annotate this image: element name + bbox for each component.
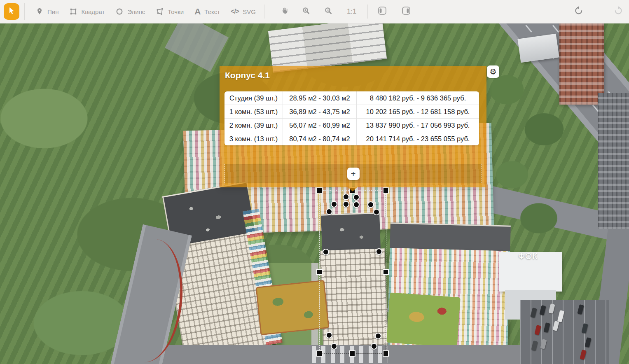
polygon-vertex[interactable]	[373, 209, 380, 215]
resize-handle[interactable]	[383, 187, 389, 194]
car	[539, 305, 546, 315]
polygon-vertex[interactable]	[343, 201, 349, 208]
polygon-vertex[interactable]	[367, 201, 374, 208]
table-cell: 3 комн. (13 шт.)	[224, 132, 283, 145]
popup-pointer-arrow	[348, 187, 358, 191]
table-cell: 20 141 714 руб. - 23 655 055 руб.	[356, 132, 479, 145]
text-icon: A	[194, 7, 201, 16]
hand-icon	[280, 6, 289, 17]
car	[552, 321, 559, 331]
polygon-vertex[interactable]	[353, 194, 360, 201]
resize-handle[interactable]	[316, 269, 323, 275]
pin-icon	[35, 7, 44, 16]
table-row: 1 комн. (53 шт.)36,89 м2 - 43,75 м210 20…	[224, 105, 479, 118]
annotation-editor-app: ФОК Корпус 4.1 Студия (39 шт.)28,95 м2 -…	[0, 0, 629, 364]
tool-label: SVG	[243, 8, 256, 15]
table-cell: 36,89 м2 - 43,75 м2	[283, 105, 356, 118]
polygon-vertex[interactable]	[331, 201, 337, 208]
resize-handle[interactable]	[349, 350, 355, 357]
table-row: Студия (39 шт.)28,95 м2 - 30,03 м28 480 …	[224, 91, 479, 105]
table-row: 3 комн. (13 шт.)80,74 м2 - 80,74 м220 14…	[224, 132, 479, 145]
polygon-vertex[interactable]	[343, 194, 349, 200]
plus-icon: +	[351, 168, 356, 180]
polygon-vertex[interactable]	[331, 343, 337, 350]
car	[540, 339, 547, 349]
popup-settings-button[interactable]: ⚙	[487, 65, 499, 78]
tool-ellipse[interactable]: Элипс	[115, 7, 145, 16]
add-row-button[interactable]: +	[347, 168, 360, 180]
tool-pin[interactable]: Пин	[35, 7, 58, 16]
resize-handle[interactable]	[383, 350, 389, 357]
tool-svg[interactable]: </> SVG	[231, 8, 256, 15]
toolbar-divider	[264, 5, 264, 19]
table-row: 2 комн. (39 шт.)56,07 м2 - 60,99 м213 83…	[224, 118, 479, 132]
polygon-vertex[interactable]	[326, 332, 332, 338]
redo-button[interactable]	[613, 6, 623, 17]
playground-right	[386, 292, 461, 348]
table-cell: 13 837 990 руб. - 17 056 993 руб.	[356, 119, 479, 132]
tool-label: Элипс	[127, 8, 145, 15]
car	[543, 322, 550, 333]
polygon-vertex[interactable]	[323, 249, 329, 255]
table-cell: 28,95 м2 - 30,03 м2	[283, 91, 356, 105]
car	[557, 310, 564, 322]
tool-label: Квадрат	[81, 8, 105, 15]
table-cell: 1 комн. (53 шт.)	[224, 105, 283, 118]
toolbar: Пин Квадрат Элипс Точки A Текст </>	[0, 0, 629, 23]
code-icon: </>	[231, 8, 239, 15]
table-cell: 80,74 м2 - 80,74 м2	[283, 132, 356, 145]
fok-label: ФОК	[518, 251, 538, 261]
car	[530, 308, 537, 318]
tool-points[interactable]: Точки	[156, 7, 184, 16]
playground-left	[255, 280, 329, 336]
gray-tower-right	[598, 93, 629, 229]
table-cell: 10 202 165 руб. - 12 681 158 руб.	[356, 105, 479, 118]
tool-label: Точки	[168, 8, 184, 15]
pan-tool-button[interactable]	[280, 6, 289, 17]
tool-rectangle[interactable]: Квадрат	[69, 7, 105, 16]
car	[531, 341, 538, 351]
points-icon	[156, 7, 164, 16]
polygon-vertex[interactable]	[375, 333, 381, 339]
undo-icon	[574, 6, 584, 17]
polygon-vertex[interactable]	[376, 248, 382, 255]
resize-handle[interactable]	[383, 269, 389, 275]
building-info-popup: Корпус 4.1 Студия (39 шт.)28,95 м2 - 30,…	[220, 66, 486, 187]
car	[585, 337, 591, 348]
left-panel-toggle[interactable]	[377, 5, 388, 18]
car	[581, 323, 588, 334]
resize-handle[interactable]	[316, 187, 323, 194]
resize-handle[interactable]	[316, 350, 323, 357]
car	[580, 350, 586, 360]
zoom-in-icon	[302, 6, 311, 17]
zoom-in-button[interactable]	[302, 6, 311, 17]
popup-title: Корпус 4.1	[225, 70, 270, 80]
polygon-vertex[interactable]	[371, 343, 377, 350]
panel-left-icon	[377, 5, 388, 18]
car	[548, 303, 555, 314]
tool-text[interactable]: A Текст	[194, 7, 220, 16]
panel-right-icon	[401, 5, 412, 18]
flat-table: Студия (39 шт.)28,95 м2 - 30,03 м28 480 …	[224, 91, 479, 145]
redo-icon	[613, 6, 623, 17]
add-row-dropzone: +	[224, 164, 482, 183]
parking-lot	[520, 300, 609, 364]
zoom-out-icon	[324, 6, 333, 17]
toolbar-divider	[367, 5, 368, 19]
right-panel-toggle[interactable]	[401, 5, 412, 18]
car	[534, 325, 541, 335]
undo-button[interactable]	[574, 6, 584, 17]
zoom-ratio-button[interactable]: 1:1	[347, 7, 357, 16]
table-cell: Студия (39 шт.)	[224, 91, 283, 105]
table-cell: 2 комн. (39 шт.)	[224, 119, 283, 132]
table-cell: 56,07 м2 - 60,99 м2	[283, 119, 356, 132]
polygon-vertex[interactable]	[326, 208, 332, 215]
zoom-out-button[interactable]	[324, 6, 333, 17]
car	[577, 304, 584, 315]
rectangle-icon	[69, 7, 77, 16]
ellipse-icon	[115, 7, 124, 16]
select-tool-button[interactable]	[4, 3, 19, 20]
cursor-icon	[7, 6, 16, 17]
polygon-vertex[interactable]	[353, 201, 360, 208]
table-cell: 8 480 182 руб. - 9 636 365 руб.	[356, 91, 479, 105]
